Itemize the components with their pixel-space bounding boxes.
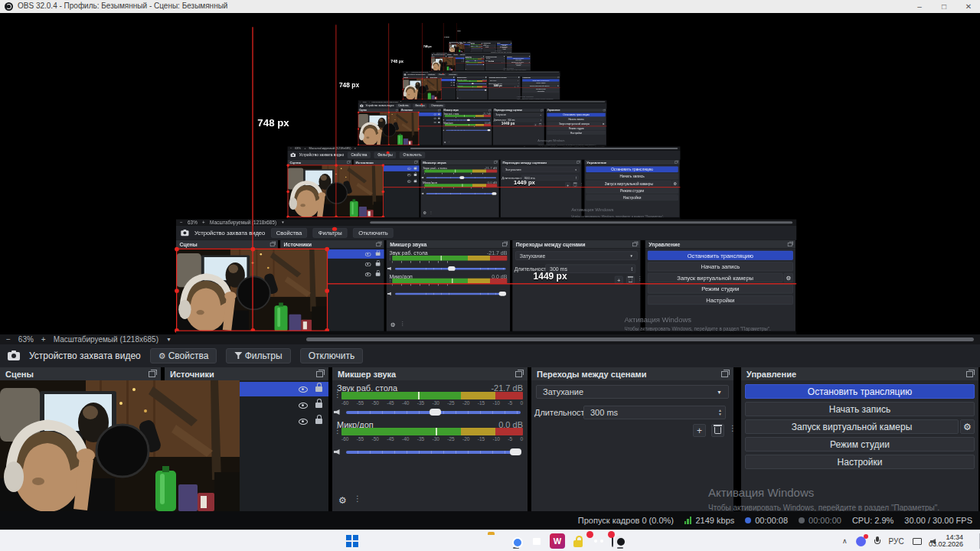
virtual-cam-settings-gear-icon[interactable]: ⚙ [960,419,975,434]
mini-measure-hline [384,187,680,187]
db-tick: -20 [462,400,469,406]
stop-stream-button[interactable]: Остановить трансляцию [745,384,975,399]
close-button[interactable]: ✕ [957,0,980,13]
webcam-video [0,380,240,511]
visibility-eye-icon[interactable] [299,386,308,393]
obs-taskbar-icon[interactable] [612,533,613,547]
mixer-ch2-menu[interactable]: ⋮ [334,429,340,432]
mini-measure-height-label: 748 px [257,117,289,129]
mixer-ch2-volume-slider[interactable] [346,451,521,454]
mini-mixer-header: Микшер звука [387,240,510,249]
start-record-button[interactable]: Начать запись [745,402,975,416]
studio-mode-button[interactable]: Режим студии [745,437,975,452]
mini-transitions-header: Переходы между сценами [512,240,640,249]
popout-icon[interactable] [721,371,728,377]
db-tick: -35 [417,400,424,406]
remove-transition-button[interactable] [711,424,724,437]
mini-scenes-header: Сцены [176,240,278,249]
mini-transitions-header: Переходы между сценами [501,160,582,165]
zoom-level: 63% [18,335,34,344]
add-transition-button[interactable]: + [693,424,706,437]
popout-icon[interactable] [966,371,973,377]
mini-mixer-panel: Звук раб. стола -21.7 dB ⋮ Микр/доп 0.0 … [443,112,492,145]
mixer-menu-icon[interactable]: ⋮ [354,497,360,500]
mini-measure-vline [389,23,390,145]
db-tick: -35 [417,436,424,442]
filters-button[interactable]: Фильтры [226,348,290,364]
mini-mixer-panel: Звук раб. стола -21.7 dB ⋮ Микр/доп 0.0 … [465,57,485,70]
advanced-audio-icon[interactable]: ⚙ [338,495,347,506]
mini-controls-panel: Остановить трансляцию Начать запись Запу… [506,57,531,70]
preview-canvas[interactable]: −63%+ Масштабируемый (1218x685)▼ Устройс… [0,23,980,334]
db-tick: -45 [387,400,394,406]
sources-panel-header: Источники [165,367,328,380]
db-tick: -45 [387,436,394,442]
popout-icon[interactable] [316,371,323,377]
trash-icon [714,427,721,434]
language-indicator[interactable]: РУС [889,537,904,546]
mini-controls-panel: Остановить трансляцию Начать запись Запу… [497,44,512,52]
mini-measure-hline [419,126,606,127]
settings-button[interactable]: Настройки [745,455,975,469]
obs-logo-icon [5,2,13,11]
minimize-button[interactable]: – [908,0,931,13]
db-tick: -60 [341,400,348,406]
window-title: OBS 32.0.4 - Профиль: Безымянный - Сцены… [18,2,227,10]
tray-discord-icon[interactable] [856,536,866,546]
obs-window: OBS 32.0.4 - Профиль: Безымянный - Сцены… [0,0,980,551]
bitrate: 2149 kbps [684,516,734,525]
mini-controls-header: Управление [645,240,795,249]
preview-hscrollbar[interactable] [306,337,974,341]
db-tick: -25 [447,436,454,442]
duration-label: Длительность [534,408,589,417]
zoom-in-button[interactable]: + [41,335,46,344]
mini-source-toolbar: Устройство захвата видео Свойства Фильтр… [288,151,681,160]
mini-controls-panel: Остановить трансляцию Начать запись Запу… [584,165,679,217]
tray-microphone-icon[interactable] [874,536,880,546]
record-status-icon [799,517,805,523]
mixer-ch1-ticks: -60-55-50-45-40-35-30-25-20-15-10-50 [341,400,523,406]
db-tick: -15 [478,436,485,442]
db-tick: -5 [508,400,512,406]
virtual-cam-button[interactable]: Запуск виртуальной камеры [745,419,959,434]
db-tick: -30 [433,400,439,406]
mini-measure-cursor [387,152,390,154]
chevron-down-icon: ▼ [717,390,722,395]
lock-icon[interactable] [315,386,322,392]
mixer-ch2-ticks: -60-55-50-45-40-35-30-25-20-15-10-50 [341,436,523,442]
mini-mixer-header: Микшер звука [420,160,498,165]
mixer-ch1-meter [341,392,523,399]
lock-icon[interactable] [315,403,322,408]
mini-source-toolbar: Устройство захвата видео Свойства Фильтр… [176,226,796,240]
lock-icon[interactable] [315,419,322,424]
visibility-eye-icon[interactable] [299,403,308,409]
transition-menu-icon[interactable]: ⋮ [729,427,735,430]
scale-mode-caret[interactable]: ▼ [166,337,172,342]
duration-spinbox[interactable]: 300 ms ▲▼ [583,406,726,419]
maximize-button[interactable]: □ [933,0,956,13]
transition-select[interactable]: Затухание▼ [536,385,729,399]
scale-mode[interactable]: Масштабируемый (1218x685) [54,335,158,344]
camera-icon [8,352,20,360]
start-button[interactable] [345,533,360,549]
captured-screen-copy: −63%+ Масштабируемый (1218x685)▼ Устройс… [431,23,531,71]
visibility-eye-icon[interactable] [299,419,308,425]
mixer-ch1-volume-slider[interactable] [346,411,521,414]
network-icon[interactable] [913,538,922,545]
dropped-frames: Пропуск кадров 0 (0.0%) [578,516,674,525]
tray-chevron-icon[interactable]: ∧ [842,537,848,545]
mini-measure-height-label: 748 px [390,60,403,64]
mixer-ch1-menu[interactable]: ⋮ [334,393,340,396]
popout-icon[interactable] [515,371,522,377]
properties-button[interactable]: ⚙ Свойства [150,348,217,364]
wildberries-icon[interactable]: W [550,533,565,549]
notification-badge [586,531,593,538]
mini-mixer-panel: Звук раб. стола -21.7 dB ⋮ Микр/доп 0.0 … [420,165,498,217]
mini-measure-height-label: 748 px [457,31,460,32]
mini-measure-height-label: 748 px [444,36,449,37]
mini-sources-header: Источники [354,160,420,165]
deactivate-button[interactable]: Отключить [300,348,364,364]
zoom-out-button[interactable]: − [6,335,11,344]
clock-date[interactable]: 03.02.2026 [929,540,963,548]
popout-icon[interactable] [149,371,155,377]
